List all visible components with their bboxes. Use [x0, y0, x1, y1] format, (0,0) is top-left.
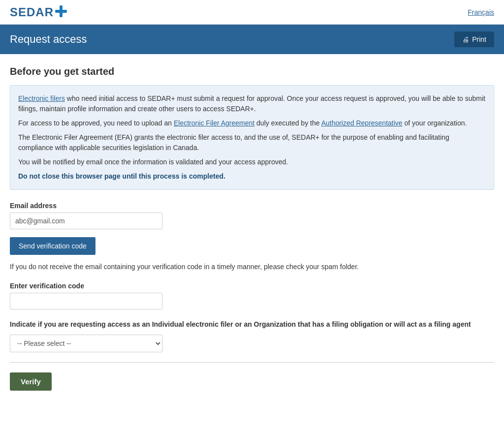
svg-rect-1	[55, 10, 67, 13]
page-title: Request access	[10, 33, 87, 46]
logo-text: SEDAR	[10, 5, 54, 19]
verification-code-input[interactable]	[10, 293, 162, 309]
info-line-1: Electronic filers who need initial acces…	[18, 93, 486, 114]
spam-note: If you do not receive the email containi…	[10, 262, 494, 272]
send-verification-button[interactable]: Send verification code	[10, 237, 95, 255]
filer-type-select[interactable]: -- Please select -- Individual Organizat…	[10, 335, 162, 352]
verification-code-group: Enter verification code	[10, 282, 494, 309]
info-line-4: You will be notified by email once the i…	[18, 157, 486, 167]
form-divider	[10, 362, 494, 363]
email-input[interactable]	[10, 213, 162, 229]
language-link[interactable]: Français	[468, 8, 494, 16]
before-heading: Before you get started	[10, 66, 494, 77]
main-content: Before you get started Electronic filers…	[0, 54, 504, 402]
do-not-close-text: Do not close this browser page until thi…	[18, 172, 225, 180]
top-header: SEDAR Français	[0, 0, 504, 25]
indicate-group: Indicate if you are requesting access as…	[10, 319, 494, 352]
info-text-1: who need initial access to SEDAR+ must s…	[18, 94, 485, 113]
info-box: Electronic filers who need initial acces…	[10, 85, 494, 190]
verify-button[interactable]: Verify	[10, 372, 52, 391]
print-icon: 🖨	[462, 35, 469, 43]
logo-plus-icon	[55, 5, 67, 19]
info-line-5: Do not close this browser page until thi…	[18, 171, 486, 182]
info-line-3: The Electronic Filer Agreement (EFA) gra…	[18, 132, 486, 153]
efa-link[interactable]: Electronic Filer Agreement	[174, 119, 254, 127]
page-title-bar: Request access 🖨 Print	[0, 25, 504, 54]
electronic-filers-link[interactable]: Electronic filers	[18, 94, 65, 102]
email-group: Email address	[10, 202, 494, 229]
print-button[interactable]: 🖨 Print	[454, 31, 494, 47]
email-label: Email address	[10, 202, 494, 210]
print-button-label: Print	[472, 35, 486, 43]
logo: SEDAR	[10, 5, 67, 19]
indicate-label: Indicate if you are requesting access as…	[10, 319, 494, 330]
authorized-rep-link[interactable]: Authorized Representative	[321, 119, 403, 127]
verification-label: Enter verification code	[10, 282, 494, 290]
info-line-2: For access to be approved, you need to u…	[18, 118, 486, 128]
